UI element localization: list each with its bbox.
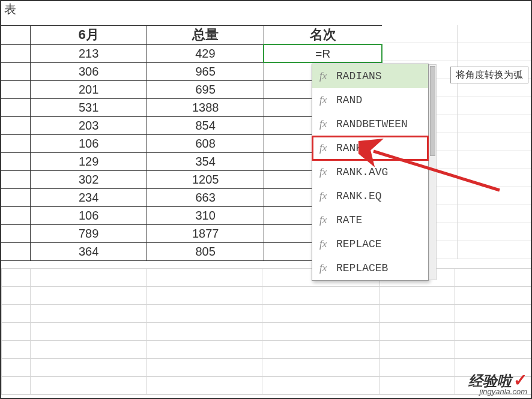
cell[interactable]: 306 [30, 62, 147, 80]
dropdown-item-replace[interactable]: fx REPLACE [312, 232, 428, 256]
dropdown-item-label: RANDBETWEEN [336, 118, 408, 130]
cell[interactable] [1, 44, 30, 62]
dropdown-item-rank[interactable]: fx RANK [312, 136, 428, 160]
cell[interactable] [1, 188, 30, 206]
cell[interactable] [1, 80, 30, 98]
fx-icon: fx [319, 190, 330, 202]
dropdown-item-label: REPLACE [336, 238, 382, 250]
dropdown-item-radians[interactable]: fx RADIANS [312, 64, 428, 88]
spreadsheet-area: 表 6月 总量 名次 213 429 =R 306 965 201 695 [1, 1, 532, 399]
cell[interactable]: 213 [30, 44, 147, 62]
cell[interactable]: 364 [30, 242, 147, 260]
cell[interactable]: 695 [147, 80, 264, 98]
cell[interactable]: 805 [147, 242, 264, 260]
dropdown-item-label: RANK.EQ [336, 190, 382, 202]
function-autocomplete-dropdown[interactable]: fx RADIANS fx RAND fx RANDBETWEEN fx RAN… [312, 64, 429, 281]
dropdown-item-randbetween[interactable]: fx RANDBETWEEN [312, 112, 428, 136]
fx-icon: fx [319, 142, 330, 154]
cell[interactable]: 201 [30, 80, 147, 98]
fx-icon: fx [319, 70, 330, 82]
dropdown-scrollbar[interactable] [429, 64, 437, 280]
dropdown-item-label: RAND [336, 94, 362, 106]
header-stub [1, 26, 30, 45]
dropdown-item-label: RANK [336, 142, 362, 154]
function-tooltip: 将角度转换为弧 [450, 67, 528, 83]
header-col3: 名次 [264, 26, 382, 45]
cell[interactable] [1, 170, 30, 188]
cell[interactable]: 531 [30, 98, 147, 116]
cell[interactable]: 354 [147, 152, 264, 170]
dropdown-item-label: RATE [336, 214, 362, 226]
cell[interactable]: 302 [30, 170, 147, 188]
fx-icon: fx [319, 118, 330, 130]
header-col1: 6月 [30, 26, 147, 45]
cell[interactable]: 608 [147, 134, 264, 152]
cell[interactable] [1, 62, 30, 80]
fx-icon: fx [319, 166, 330, 178]
cell[interactable]: 106 [30, 206, 147, 224]
cell[interactable]: 1205 [147, 170, 264, 188]
dropdown-item-label: RANK.AVG [336, 166, 388, 178]
dropdown-item-label: REPLACEB [336, 262, 388, 274]
table-row: 213 429 =R [1, 44, 382, 62]
cell[interactable] [1, 206, 30, 224]
cell[interactable] [1, 152, 30, 170]
watermark-text: 经验啦 [468, 374, 512, 388]
cell[interactable] [1, 116, 30, 134]
scrollbar-thumb[interactable] [430, 66, 435, 156]
cell[interactable] [1, 134, 30, 152]
cell[interactable]: 234 [30, 188, 147, 206]
cell[interactable]: 310 [147, 206, 264, 224]
cell[interactable]: 965 [147, 62, 264, 80]
cell[interactable]: 1388 [147, 98, 264, 116]
cell[interactable]: 663 [147, 188, 264, 206]
empty-grid [1, 268, 532, 395]
fx-icon: fx [319, 214, 330, 226]
fx-icon: fx [319, 238, 330, 250]
cell[interactable]: 1877 [147, 224, 264, 242]
header-row: 6月 总量 名次 [1, 26, 382, 45]
formula-text: =R [315, 47, 330, 60]
dropdown-item-rate[interactable]: fx RATE [312, 208, 428, 232]
header-col2: 总量 [147, 26, 264, 45]
dropdown-item-label: RADIANS [336, 70, 382, 82]
cell[interactable]: 429 [147, 44, 264, 62]
active-cell[interactable]: =R [264, 44, 382, 62]
cell[interactable]: 854 [147, 116, 264, 134]
dropdown-item-rank-eq[interactable]: fx RANK.EQ [312, 184, 428, 208]
dropdown-item-replaceb[interactable]: fx REPLACEB [312, 256, 428, 280]
cell[interactable] [1, 224, 30, 242]
fx-icon: fx [319, 94, 330, 106]
cell[interactable] [1, 98, 30, 116]
cell[interactable] [1, 242, 30, 260]
dropdown-item-rank-avg[interactable]: fx RANK.AVG [312, 160, 428, 184]
check-icon: ✓ [513, 372, 527, 389]
cell[interactable]: 789 [30, 224, 147, 242]
fx-icon: fx [319, 262, 330, 274]
cell[interactable]: 129 [30, 152, 147, 170]
dropdown-item-rand[interactable]: fx RAND [312, 88, 428, 112]
cell[interactable]: 106 [30, 134, 147, 152]
watermark: 经验啦 ✓ jingyanla.com [468, 372, 527, 395]
cell[interactable]: 203 [30, 116, 147, 134]
title-fragment: 表 [4, 1, 16, 17]
